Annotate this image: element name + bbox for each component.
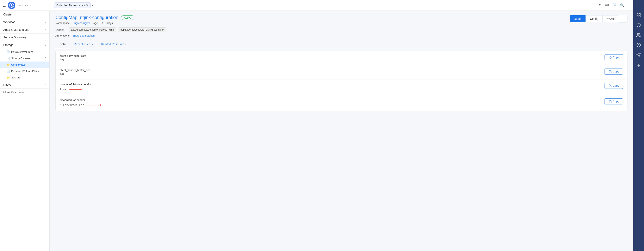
chevron-down-icon: › <box>45 36 46 39</box>
labels-section: Labels: app.kubernetes.io/name: ingress-… <box>56 27 628 32</box>
sidebar-section-more-resources: More Resources › <box>0 89 50 96</box>
svg-rect-8 <box>637 16 638 17</box>
chevron-down-icon: › <box>45 13 46 16</box>
topbar-left: ☰ xxx xxx xxx <box>2 2 52 9</box>
copy-icon <box>609 56 612 59</box>
sidebar-item-apps-marketplace[interactable]: Apps & Marketplace › <box>0 26 50 33</box>
svg-marker-1 <box>10 3 14 7</box>
doc-icon: 📄 <box>6 70 10 73</box>
svg-rect-23 <box>610 101 611 103</box>
data-item-2: compute-full-forwarded-for true Copy <box>56 79 627 95</box>
topbar-middle: Only User Namespaces ✕ ▾ <box>52 2 598 8</box>
page-header: ConfigMap: nginx-configuration Active Na… <box>56 15 628 24</box>
more-icon[interactable]: ⋮ <box>628 3 631 7</box>
svg-marker-22 <box>100 104 102 106</box>
copy-icon <box>609 84 612 87</box>
right-sidebar-grid-icon[interactable] <box>634 11 643 20</box>
namespace-close-icon[interactable]: ✕ <box>86 4 88 7</box>
yaml-button[interactable]: YAML <box>603 15 619 22</box>
doc-icon: 📄 <box>6 50 10 53</box>
page-meta: Namespace: ingress-nginx Age: 116 days <box>56 21 134 24</box>
copy-button-1[interactable]: Copy <box>604 68 623 74</box>
data-container: client-body-buffer-size 32k Copy client_… <box>56 51 628 111</box>
sidebar-sub-item-secrets[interactable]: 📁Secrets <box>0 74 50 81</box>
config-button[interactable]: Config <box>586 15 602 22</box>
chevron-down-icon: › <box>45 28 46 31</box>
svg-point-10 <box>638 33 639 35</box>
sidebar-item-storage[interactable]: Storage ∧ <box>0 41 50 49</box>
search-icon[interactable]: 🔍 <box>620 3 624 7</box>
page-title: ConfigMap: nginx-configuration Active <box>56 15 134 20</box>
chevron-down-icon: › <box>45 83 46 86</box>
namespace-dropdown-icon[interactable]: ▾ <box>92 4 93 7</box>
data-value-3: X-Forwarded-For <box>60 103 604 107</box>
copy-button-0[interactable]: Copy <box>604 54 623 60</box>
more-actions-button[interactable]: ⋮ <box>619 15 628 22</box>
file-icon[interactable]: 📄 <box>612 3 617 7</box>
label-tag-0: app.kubernetes.io/name: ingress-nginx <box>69 27 116 32</box>
namespace-filter[interactable]: Only User Namespaces ✕ <box>54 2 90 8</box>
k8s-logo <box>8 2 15 9</box>
data-key-1: client_header_buffer_size <box>60 68 604 72</box>
left-sidebar: Cluster › Workload › Apps & Marketplace … <box>0 11 50 251</box>
data-item-0: client-body-buffer-size 32k Copy <box>56 51 627 65</box>
sidebar-item-rbac[interactable]: RBAC › <box>0 81 50 88</box>
svg-rect-6 <box>637 14 638 15</box>
data-value-2: true <box>60 87 604 92</box>
cluster-name: xxx xxx xxx <box>17 4 31 7</box>
folder-icon: 📁 <box>6 76 10 79</box>
sidebar-section-cluster: Cluster › <box>0 11 50 18</box>
label-tag-1: app.kubernetes.io/part-of: ingress-nginx <box>118 27 166 32</box>
sidebar-sub-item-persistent-volumes[interactable]: 📄PersistentVolumes <box>0 49 50 55</box>
sidebar-section-rbac: RBAC › <box>0 81 50 89</box>
data-value-0: 32k <box>60 59 604 62</box>
data-key-2: compute-full-forwarded-for <box>60 83 604 86</box>
namespace-link[interactable]: ingress-nginx <box>74 21 90 24</box>
right-sidebar-circle-icon[interactable] <box>634 40 643 49</box>
tabs: Data Recent Events Related Resources <box>56 40 628 48</box>
svg-marker-19 <box>80 88 82 90</box>
tab-related-resources[interactable]: Related Resources <box>97 40 130 48</box>
tab-recent-events[interactable]: Recent Events <box>70 40 97 48</box>
sidebar-section-service-discovery: Service Discovery › <box>0 34 50 41</box>
annotations-section: Annotations: Show 1 annotation <box>56 34 628 37</box>
sidebar-sub-item-pvc[interactable]: 📄PersistentVolumeClaims <box>0 68 50 74</box>
annotations-link[interactable]: Show 1 annotation <box>72 34 95 37</box>
right-sidebar-send-icon[interactable] <box>634 50 643 59</box>
action-buttons: Detail Config YAML ⋮ <box>570 15 628 22</box>
svg-rect-17 <box>610 71 611 73</box>
sidebar-item-service-discovery[interactable]: Service Discovery › <box>0 34 50 41</box>
folder-icon: 📁 <box>6 63 10 66</box>
data-item-1: client_header_buffer_size 16k Copy <box>56 65 627 79</box>
page-header-left: ConfigMap: nginx-configuration Active Na… <box>56 15 134 24</box>
hamburger-icon[interactable]: ☰ <box>2 3 6 8</box>
sidebar-item-workload[interactable]: Workload › <box>0 18 50 26</box>
copy-button-3[interactable]: Copy <box>604 98 623 104</box>
main-content: ConfigMap: nginx-configuration Active Na… <box>50 11 633 251</box>
tab-data[interactable]: Data <box>56 40 70 48</box>
red-arrow-annotation-2 <box>70 87 82 92</box>
right-sidebar-add-button[interactable]: + <box>634 61 643 70</box>
sidebar-section-apps-marketplace: Apps & Marketplace › <box>0 26 50 34</box>
right-sidebar-box-icon[interactable] <box>634 21 643 30</box>
topbar: ☰ xxx xxx xxx Only User Namespaces ✕ ▾ ⬆… <box>0 0 644 11</box>
copy-button-2[interactable]: Copy <box>604 83 623 89</box>
right-sidebar: + <box>633 0 644 251</box>
sidebar-item-cluster[interactable]: Cluster › <box>0 11 50 18</box>
sidebar-sub-item-config-maps[interactable]: 📁ConfigMaps <box>0 61 50 68</box>
svg-rect-16 <box>610 57 611 59</box>
upload-icon[interactable]: ⬆ <box>598 3 601 7</box>
data-value-1: 16k <box>60 73 604 76</box>
svg-rect-9 <box>639 16 640 17</box>
doc-icon: 📄 <box>6 57 10 60</box>
chevron-up-icon: ∧ <box>44 43 46 46</box>
copy-icon <box>609 100 612 103</box>
right-sidebar-users-icon[interactable] <box>634 30 643 40</box>
terminal-icon[interactable]: ⌨ <box>604 3 609 7</box>
data-item-3: forwarded-for-header X-Forwarded-For Cop… <box>56 95 627 111</box>
sidebar-sub-item-storage-classes[interactable]: 📄StorageClasses 0 <box>0 55 50 61</box>
detail-button[interactable]: Detail <box>570 15 586 22</box>
sidebar-item-more-resources[interactable]: More Resources › <box>0 89 50 96</box>
data-key-0: client-body-buffer-size <box>60 54 604 57</box>
red-arrow-annotation-3 <box>87 103 102 107</box>
